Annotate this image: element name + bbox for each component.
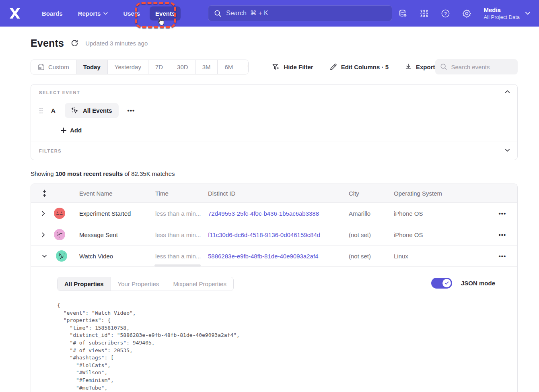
date-range-custom[interactable]: Custom xyxy=(31,60,76,74)
horizontal-scrollbar-thumb[interactable] xyxy=(154,264,201,266)
nav-item-label: Users xyxy=(123,10,140,17)
table-row[interactable]: Message Sent less than a min... f11c30d6… xyxy=(31,224,517,246)
date-range-label: 30D xyxy=(177,64,188,70)
date-range-today[interactable]: Today xyxy=(76,60,108,74)
json-mode-control: JSON mode xyxy=(431,278,495,289)
date-range-3m[interactable]: 3M xyxy=(195,60,218,74)
date-range-12m[interactable]: 12M xyxy=(240,60,249,74)
data-management-icon[interactable] xyxy=(398,9,407,18)
cell-os: iPhone OS xyxy=(394,231,488,238)
column-header-city[interactable]: City xyxy=(349,190,394,197)
edit-columns-button[interactable]: Edit Columns · 5 xyxy=(329,63,389,71)
cell-distinct-id[interactable]: 72d49553-25fc-4f0c-b436-1b5ac6ab3388 xyxy=(208,210,349,217)
chevron-down-icon[interactable] xyxy=(42,254,47,258)
filters-label: FILTERS xyxy=(39,149,509,153)
cell-city: (not set) xyxy=(349,231,394,238)
date-range-yesterday[interactable]: Yesterday xyxy=(108,60,148,74)
plus-icon xyxy=(61,128,66,133)
add-label: Add xyxy=(70,127,82,134)
row-more-options-icon[interactable]: ••• xyxy=(488,210,517,217)
nav-item-events[interactable]: Events xyxy=(150,6,181,21)
refresh-icon[interactable] xyxy=(71,39,78,47)
hide-filter-button[interactable]: Hide Filter xyxy=(272,63,313,71)
filters-section: FILTERS xyxy=(31,142,517,160)
event-avatar xyxy=(56,250,67,262)
search-events-box[interactable] xyxy=(435,59,518,74)
apps-grid-icon[interactable] xyxy=(420,9,429,18)
add-event-button[interactable]: Add xyxy=(61,127,82,134)
column-header-os[interactable]: Operating System xyxy=(394,190,488,197)
date-range-label: 7D xyxy=(155,64,163,70)
table-row[interactable]: Experiment Started less than a min... 72… xyxy=(31,203,517,224)
nav-item-boards[interactable]: Boards xyxy=(36,6,68,21)
collapse-rows-icon[interactable] xyxy=(31,190,79,197)
event-selector-pill[interactable]: All Events xyxy=(65,103,119,118)
help-icon[interactable]: ? xyxy=(441,9,450,18)
chevron-right-icon[interactable] xyxy=(42,211,45,216)
selected-event-label: All Events xyxy=(83,107,112,114)
settings-gear-icon[interactable] xyxy=(462,9,471,18)
cell-os: iPhone OS xyxy=(394,210,488,217)
results-suffix: of 82.35K matches xyxy=(123,170,175,177)
last-updated-text: Updated 3 minutes ago xyxy=(85,40,148,47)
search-icon xyxy=(214,10,222,17)
tab-all-properties[interactable]: All Properties xyxy=(58,277,111,291)
event-avatar xyxy=(54,208,65,219)
tab-your-properties[interactable]: Your Properties xyxy=(111,277,167,291)
nav-item-reports[interactable]: Reports xyxy=(72,6,114,21)
nav-item-users[interactable]: Users xyxy=(117,6,146,21)
chevron-up-icon[interactable] xyxy=(505,90,510,93)
search-events-input[interactable] xyxy=(451,64,513,70)
svg-text:?: ? xyxy=(444,11,447,16)
project-switcher[interactable]: Media All Project Data xyxy=(483,6,530,21)
row-more-options-icon[interactable]: ••• xyxy=(488,231,517,238)
select-event-label: SELECT EVENT xyxy=(39,90,509,95)
date-range-7d[interactable]: 7D xyxy=(148,60,170,74)
cell-event-name: Message Sent xyxy=(79,231,155,238)
cell-distinct-id[interactable]: f11c30d6-dc6d-4518-9136-0d046159c84d xyxy=(208,231,349,238)
date-range-selector: Custom Today Yesterday 7D 30D 3M 6M 12M xyxy=(31,60,249,74)
date-range-6m[interactable]: 6M xyxy=(218,60,240,74)
chevron-down-icon xyxy=(103,12,108,15)
date-range-label: 12M xyxy=(247,64,249,70)
main-content: Events Updated 3 minutes ago Custom Toda… xyxy=(0,37,539,392)
column-header-time[interactable]: Time xyxy=(155,190,208,197)
column-header-event-name[interactable]: Event Name xyxy=(79,190,155,197)
cell-event-name: Watch Video xyxy=(79,253,155,260)
event-more-options-icon[interactable]: ••• xyxy=(125,105,138,116)
date-range-label: 3M xyxy=(202,64,211,70)
drag-handle-icon[interactable] xyxy=(39,107,43,114)
event-click-icon xyxy=(71,107,79,114)
controls-row: Custom Today Yesterday 7D 30D 3M 6M 12M … xyxy=(31,59,518,74)
chevron-down-icon[interactable] xyxy=(505,149,510,152)
cell-time: less than a min... xyxy=(155,253,208,260)
cell-city: Amarillo xyxy=(349,210,394,217)
tab-mixpanel-properties[interactable]: Mixpanel Properties xyxy=(166,277,233,291)
nav-item-label: Events xyxy=(155,10,175,17)
row-more-options-icon[interactable]: ••• xyxy=(488,253,517,260)
mixpanel-logo-icon[interactable] xyxy=(9,7,21,19)
toolbar: Hide Filter Edit Columns · 5 Export xyxy=(272,63,435,71)
nav-item-label: Boards xyxy=(42,10,63,17)
json-mode-toggle[interactable] xyxy=(431,278,452,289)
pencil-icon xyxy=(329,63,337,71)
table-row-expanded[interactable]: Watch Video less than a min... 5886283e-… xyxy=(31,246,517,267)
global-search-input[interactable] xyxy=(226,10,386,17)
cell-os: Linux xyxy=(394,253,488,260)
cell-distinct-id[interactable]: 5886283e-e9fb-48fb-81de-40e9093a2af4 xyxy=(208,253,349,260)
select-event-section: SELECT EVENT A xyxy=(31,85,517,142)
chevron-right-icon[interactable] xyxy=(42,232,45,237)
export-button[interactable]: Export xyxy=(405,63,435,70)
date-range-label: Custom xyxy=(48,64,69,70)
nav-items: Boards Reports Users Events xyxy=(36,6,181,21)
download-icon xyxy=(405,63,412,70)
edit-columns-label: Edit Columns · 5 xyxy=(341,64,389,70)
project-name: Media xyxy=(483,6,520,14)
global-search-bar[interactable] xyxy=(208,5,392,21)
date-range-label: Today xyxy=(83,64,101,70)
column-header-distinct-id[interactable]: Distinct ID xyxy=(208,190,349,197)
query-builder-card: SELECT EVENT A xyxy=(31,84,518,160)
event-avatar xyxy=(54,229,65,240)
event-step-letter: A xyxy=(51,107,60,114)
date-range-30d[interactable]: 30D xyxy=(170,60,195,74)
